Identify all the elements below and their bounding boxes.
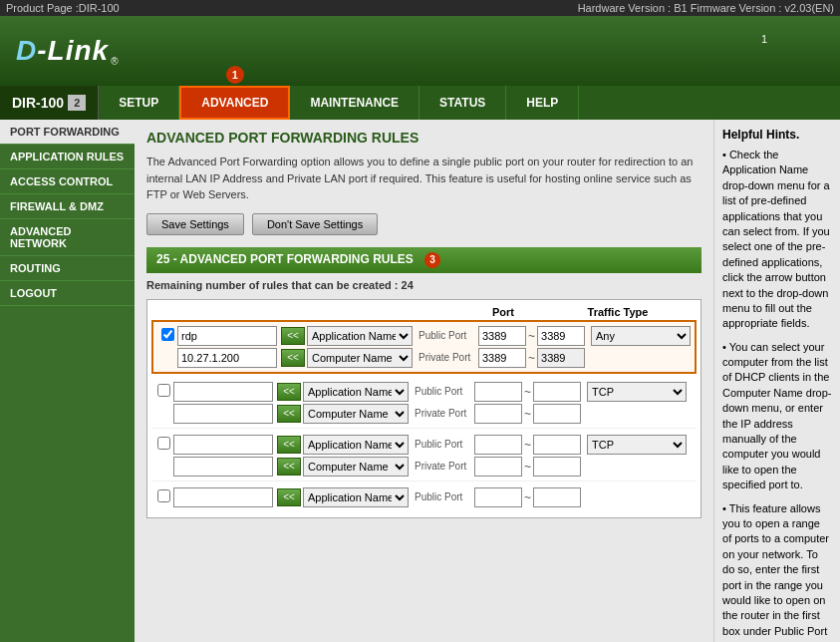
rule-2-public-port-range: ~: [474, 382, 581, 402]
tab-setup-label: SETUP: [119, 96, 158, 110]
sidebar-item-application-rules[interactable]: APPLICATION RULES: [0, 145, 135, 169]
rule-2-traffic-select[interactable]: Any TCP UDP Both: [587, 382, 687, 402]
remaining-text: Remaining number of rules that can be cr…: [146, 279, 701, 291]
rule-1-name-input[interactable]: [177, 326, 277, 346]
rule-2-private-port-end[interactable]: [533, 404, 581, 424]
save-settings-button[interactable]: Save Settings: [146, 213, 244, 235]
traffic-type-header: Traffic Type: [568, 306, 668, 318]
help-title: Helpful Hints.: [722, 128, 832, 142]
rule-4-public-port-end[interactable]: [533, 487, 581, 507]
rule-2-computer-select[interactable]: Computer Name: [303, 404, 409, 424]
rule-3-name-input[interactable]: [173, 435, 273, 455]
tilde-4: ~: [524, 407, 531, 421]
rule-1-computer-select[interactable]: Computer Name: [307, 348, 413, 368]
rule-4-name-input[interactable]: [173, 487, 273, 507]
section-title-label: 25 - ADVANCED PORT FORWARDING RULES: [156, 252, 414, 266]
rule-3-app-arrow-btn[interactable]: <<: [277, 436, 301, 454]
rule-4-name-row: << Application Name Public Port ~: [153, 487, 695, 507]
rule-3-private-port-range: ~: [474, 457, 581, 477]
rule-3-computer-select[interactable]: Computer Name: [303, 457, 409, 477]
rule-3-computer-arrow-btn[interactable]: <<: [277, 458, 301, 476]
rule-3-private-port-start[interactable]: [474, 457, 522, 477]
sidebar-port-forwarding-label: PORT FORWARDING: [10, 126, 120, 138]
rule-1-computer-arrow-btn[interactable]: <<: [281, 349, 305, 367]
tab-advanced-label: ADVANCED: [201, 96, 268, 110]
rule-2-public-port-end[interactable]: [533, 382, 581, 402]
rule-1-ip-row: << Computer Name Private Port ~: [157, 348, 691, 368]
help-panel: Helpful Hints. • Check the Application N…: [713, 120, 840, 642]
rule-1-ip-input[interactable]: [177, 348, 277, 368]
sidebar-item-access-control[interactable]: ACCESS CONTROL: [0, 169, 135, 194]
rule-2-ip-input[interactable]: [173, 404, 273, 424]
rule-1-private-port-start[interactable]: [478, 348, 526, 368]
page-title: ADVANCED PORT FORWARDING RULES: [146, 130, 701, 146]
model-tab[interactable]: DIR-100 2: [0, 86, 99, 120]
tab-setup[interactable]: SETUP: [99, 86, 179, 120]
rule-1-checkbox[interactable]: [161, 328, 174, 341]
sidebar-advanced-network-label: ADVANCED NETWORK: [10, 225, 72, 249]
logo-bar: D-Link ® 1: [0, 16, 840, 86]
dont-save-settings-button[interactable]: Don't Save Settings: [252, 213, 378, 235]
sidebar-item-firewall-dmz[interactable]: FIREWALL & DMZ: [0, 194, 135, 219]
rule-2-checkbox[interactable]: [157, 384, 170, 397]
sidebar-item-advanced-network[interactable]: ADVANCED NETWORK: [0, 219, 135, 256]
rule-3-private-port-end[interactable]: [533, 457, 581, 477]
rule-3-traffic-select[interactable]: Any TCP UDP Both: [587, 435, 687, 455]
spacer2: [329, 306, 438, 318]
sidebar-application-rules-label: APPLICATION RULES: [10, 151, 124, 162]
rule-4-app-arrow-btn[interactable]: <<: [277, 488, 301, 506]
rule-3-checkbox[interactable]: [157, 437, 170, 450]
sidebar-item-port-forwarding[interactable]: PORT FORWARDING: [0, 120, 135, 145]
tab-help[interactable]: HELP: [506, 86, 579, 120]
rule-2-private-port-start[interactable]: [474, 404, 522, 424]
tab-status[interactable]: STATUS: [420, 86, 506, 120]
rule-2-computer-arrow-btn[interactable]: <<: [277, 405, 301, 423]
help-hint-1: • Check the Application Name drop-down m…: [722, 148, 832, 332]
tab-advanced[interactable]: 1 ADVANCED: [179, 86, 290, 120]
model-label: DIR-100: [12, 95, 64, 111]
rule-1-app-arrow-btn[interactable]: <<: [281, 327, 305, 345]
rule-1-public-port-start[interactable]: [478, 326, 526, 346]
tab-maintenance[interactable]: MAINTENANCE: [290, 86, 420, 120]
tilde-7: ~: [524, 490, 531, 504]
rule-2-name-row: << Application Name Public Port ~: [153, 382, 695, 402]
sidebar-item-routing[interactable]: ROUTING: [0, 256, 135, 281]
rule-2-public-port-start[interactable]: [474, 382, 522, 402]
port-header: Port: [438, 306, 568, 318]
rule-4-checkbox[interactable]: [157, 489, 170, 502]
rule-1-traffic-select[interactable]: Any TCP UDP Both: [591, 326, 691, 346]
remaining-count: 24: [402, 279, 414, 291]
logo: D-Link ®: [16, 35, 119, 67]
rule-3-ip-input[interactable]: [173, 457, 273, 477]
rule-2-name-input[interactable]: [173, 382, 273, 402]
sidebar-access-control-label: ACCESS CONTROL: [10, 175, 113, 187]
rules-container: Port Traffic Type << Application Name: [146, 299, 701, 518]
step1-indicator: 1: [761, 33, 767, 45]
rule-1-private-port-end[interactable]: [537, 348, 585, 368]
rule-1-public-port-end[interactable]: [537, 326, 585, 346]
rule-3-app-select[interactable]: Application Name: [303, 435, 409, 455]
rule-1-app-select[interactable]: Application Name: [307, 326, 413, 346]
rule-3-ip-cell: [173, 457, 273, 477]
rule-4-app-cell: Application Name: [303, 487, 409, 507]
step-badge-3: 3: [424, 252, 440, 268]
rule-2-ip-cell: [173, 404, 273, 424]
rule-2-app-select[interactable]: Application Name: [303, 382, 409, 402]
rule-3-app-cell: Application Name: [303, 435, 409, 455]
rule-3-computer-cell: Computer Name: [303, 457, 409, 477]
rule-3-public-port-start[interactable]: [474, 435, 522, 455]
sidebar-logout-label: LOGOUT: [10, 287, 57, 299]
tilde-1: ~: [528, 329, 535, 343]
rule-2-app-arrow-btn[interactable]: <<: [277, 383, 301, 401]
rule-3-checkbox-cell: [153, 437, 173, 453]
rule-3-name-row: << Application Name Public Port ~: [153, 435, 695, 455]
rule-2-name-cell: [173, 382, 273, 402]
rule-4-app-select[interactable]: Application Name: [303, 487, 409, 507]
rule-3-public-port-end[interactable]: [533, 435, 581, 455]
sidebar: PORT FORWARDING APPLICATION RULES ACCESS…: [0, 120, 135, 642]
sidebar-item-logout[interactable]: LOGOUT: [0, 281, 135, 306]
main-layout: PORT FORWARDING APPLICATION RULES ACCESS…: [0, 120, 840, 642]
rule-4-public-port-start[interactable]: [474, 487, 522, 507]
rule-3-public-port-label: Public Port: [415, 439, 474, 450]
rule-3-public-port-range: ~: [474, 435, 581, 455]
